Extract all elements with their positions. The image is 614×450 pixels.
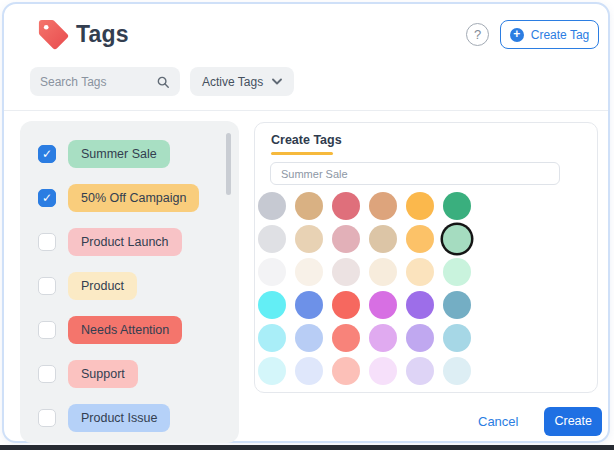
header-divider <box>4 110 608 111</box>
checkbox-checked[interactable]: ✓ <box>38 145 56 163</box>
create-tags-title: Create Tags <box>271 133 342 147</box>
tags-card: Tags ? + Create Tag Active Tags ✓Summer … <box>2 2 610 443</box>
plus-icon: + <box>510 28 524 42</box>
tags-modal: Tags ? + Create Tag Active Tags ✓Summer … <box>0 0 614 450</box>
color-swatch[interactable] <box>443 258 471 286</box>
tag-chip[interactable]: 50% Off Campaign <box>68 184 199 212</box>
color-swatch[interactable] <box>443 291 471 319</box>
filter-dropdown-value: Active Tags <box>202 75 263 89</box>
color-swatch[interactable] <box>332 225 360 253</box>
color-swatch[interactable] <box>332 258 360 286</box>
color-swatch[interactable] <box>295 192 323 220</box>
color-swatch[interactable] <box>443 357 471 385</box>
footer-actions: Cancel Create <box>254 406 602 436</box>
tag-row: Product <box>38 272 239 300</box>
color-swatch[interactable] <box>406 357 434 385</box>
color-swatch[interactable] <box>369 357 397 385</box>
tag-chip[interactable]: Product Launch <box>68 228 182 256</box>
title-underline <box>271 152 333 155</box>
create-tag-button[interactable]: + Create Tag <box>500 20 599 49</box>
bottom-edge <box>0 445 614 450</box>
color-swatch[interactable] <box>369 291 397 319</box>
tag-row: ✓Summer Sale <box>38 140 239 168</box>
help-icon[interactable]: ? <box>466 23 489 46</box>
search-input[interactable] <box>40 75 156 89</box>
search-box <box>30 67 180 96</box>
color-swatch[interactable] <box>406 324 434 352</box>
color-swatch[interactable] <box>332 291 360 319</box>
color-swatch[interactable] <box>332 357 360 385</box>
tag-chip[interactable]: Product Issue <box>68 404 170 432</box>
color-swatch[interactable] <box>295 357 323 385</box>
color-swatch[interactable] <box>295 324 323 352</box>
color-swatch[interactable] <box>258 258 286 286</box>
checkbox-unchecked[interactable] <box>38 321 56 339</box>
tag-row: ✓50% Off Campaign <box>38 184 239 212</box>
color-swatch[interactable] <box>406 291 434 319</box>
color-swatch[interactable] <box>295 225 323 253</box>
color-swatch[interactable] <box>443 192 471 220</box>
color-swatch[interactable] <box>369 324 397 352</box>
tag-chip[interactable]: Support <box>68 360 138 388</box>
color-swatch[interactable] <box>258 291 286 319</box>
color-swatch[interactable] <box>295 258 323 286</box>
tag-row: Needs Attention <box>38 316 239 344</box>
color-swatch[interactable] <box>332 324 360 352</box>
tag-chip[interactable]: Needs Attention <box>68 316 182 344</box>
tag-list-panel: ✓Summer Sale✓50% Off CampaignProduct Lau… <box>20 121 239 443</box>
scrollbar-thumb[interactable] <box>226 133 231 195</box>
color-swatch[interactable] <box>258 192 286 220</box>
tag-name-input[interactable] <box>270 162 560 185</box>
tag-row: Product Issue <box>38 404 239 432</box>
page-title: Tags <box>76 21 129 48</box>
help-glyph: ? <box>474 27 481 42</box>
color-swatch[interactable] <box>369 225 397 253</box>
tag-logo-icon <box>36 17 71 52</box>
tag-row: Support <box>38 360 239 388</box>
color-swatch[interactable] <box>406 192 434 220</box>
tag-list: ✓Summer Sale✓50% Off CampaignProduct Lau… <box>38 140 239 432</box>
create-tags-panel: Create Tags <box>254 122 598 393</box>
tag-chip[interactable]: Product <box>68 272 137 300</box>
color-swatch[interactable] <box>369 258 397 286</box>
chevron-down-icon <box>272 78 282 85</box>
tag-chip[interactable]: Summer Sale <box>68 140 170 168</box>
color-swatch-selected[interactable] <box>443 225 471 253</box>
color-swatch[interactable] <box>332 192 360 220</box>
checkbox-checked[interactable]: ✓ <box>38 189 56 207</box>
checkbox-unchecked[interactable] <box>38 233 56 251</box>
color-swatch[interactable] <box>369 192 397 220</box>
color-palette <box>258 192 471 385</box>
create-button[interactable]: Create <box>544 407 602 436</box>
color-swatch[interactable] <box>406 225 434 253</box>
search-icon <box>156 75 170 89</box>
color-swatch[interactable] <box>295 291 323 319</box>
checkbox-unchecked[interactable] <box>38 277 56 295</box>
checkbox-unchecked[interactable] <box>38 365 56 383</box>
color-swatch[interactable] <box>258 357 286 385</box>
color-swatch[interactable] <box>258 324 286 352</box>
filter-dropdown[interactable]: Active Tags <box>190 67 294 96</box>
color-swatch[interactable] <box>443 324 471 352</box>
cancel-button[interactable]: Cancel <box>478 414 518 429</box>
color-swatch[interactable] <box>258 225 286 253</box>
checkbox-unchecked[interactable] <box>38 409 56 427</box>
create-tag-button-label: Create Tag <box>531 28 589 42</box>
tag-row: Product Launch <box>38 228 239 256</box>
color-swatch[interactable] <box>406 258 434 286</box>
